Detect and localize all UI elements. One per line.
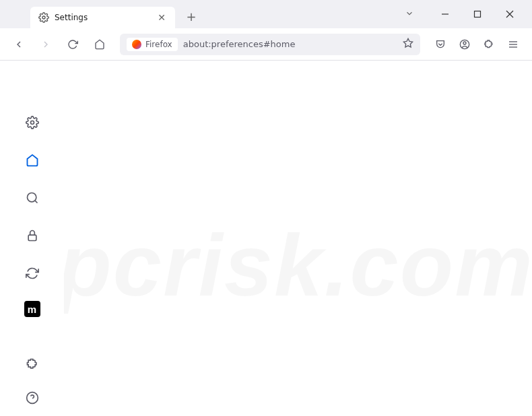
tabs-dropdown[interactable] bbox=[405, 8, 414, 21]
home-button[interactable] bbox=[89, 34, 110, 55]
url-bar[interactable]: Firefox about:preferences#home bbox=[120, 34, 420, 55]
sidebar-sync[interactable] bbox=[22, 263, 42, 283]
close-icon[interactable]: ✕ bbox=[156, 12, 167, 23]
maximize-button[interactable] bbox=[469, 5, 486, 23]
sidebar-search[interactable] bbox=[22, 188, 42, 208]
extensions-button[interactable] bbox=[478, 34, 500, 55]
main-content: pcrisk.com Home Restore Defaults New Win… bbox=[64, 61, 532, 416]
url-text: about:preferences#home bbox=[183, 39, 397, 49]
gear-icon bbox=[38, 12, 49, 23]
svg-point-12 bbox=[27, 193, 36, 202]
bookmark-star-icon[interactable] bbox=[403, 38, 413, 51]
url-identity-badge[interactable]: Firefox bbox=[127, 38, 178, 51]
close-window-button[interactable] bbox=[501, 5, 519, 23]
new-tab-button[interactable]: + bbox=[182, 7, 201, 26]
tab-settings[interactable]: Settings ✕ bbox=[30, 7, 175, 28]
sidebar-home[interactable] bbox=[22, 150, 42, 170]
svg-point-11 bbox=[30, 121, 34, 125]
svg-point-0 bbox=[42, 16, 45, 19]
back-button[interactable] bbox=[8, 34, 30, 55]
sidebar-general[interactable] bbox=[22, 112, 42, 133]
reload-button[interactable] bbox=[62, 34, 84, 55]
tab-bar: Settings ✕ + bbox=[0, 0, 532, 28]
pocket-button[interactable] bbox=[430, 34, 451, 55]
settings-sidebar: m bbox=[0, 61, 64, 416]
svg-point-7 bbox=[463, 42, 466, 44]
svg-line-13 bbox=[34, 201, 37, 203]
tab-title: Settings bbox=[55, 13, 156, 22]
nav-toolbar: Firefox about:preferences#home bbox=[0, 28, 532, 61]
sidebar-privacy[interactable] bbox=[22, 226, 42, 246]
svg-rect-2 bbox=[475, 11, 481, 18]
sidebar-help[interactable] bbox=[22, 388, 42, 408]
minimize-button[interactable] bbox=[436, 5, 454, 23]
window-controls bbox=[436, 0, 532, 28]
app-menu-button[interactable] bbox=[502, 34, 524, 55]
forward-button[interactable] bbox=[35, 34, 57, 55]
watermark: pcrisk.com bbox=[79, 74, 513, 416]
firefox-icon bbox=[132, 40, 141, 49]
account-button[interactable] bbox=[454, 34, 475, 55]
svg-rect-14 bbox=[28, 235, 36, 240]
url-badge-text: Firefox bbox=[145, 40, 172, 49]
sidebar-extensions[interactable] bbox=[22, 354, 42, 374]
sidebar-more-mozilla[interactable]: m bbox=[24, 301, 40, 317]
svg-marker-5 bbox=[403, 38, 412, 47]
